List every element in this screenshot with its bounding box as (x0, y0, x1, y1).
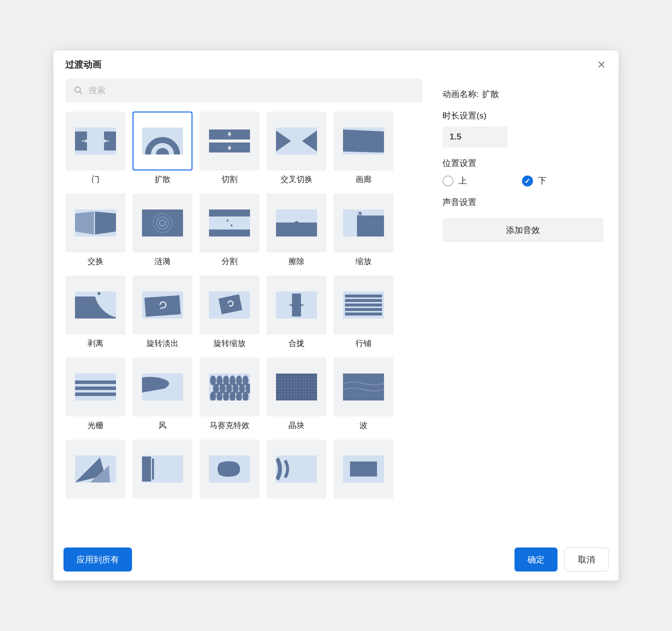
svg-rect-19 (276, 210, 317, 222)
svg-point-91 (276, 380, 279, 382)
svg-point-97 (294, 380, 297, 382)
close-icon (597, 60, 606, 69)
transition-tile-arcs[interactable] (266, 440, 326, 516)
transition-tile-rotatezoom[interactable]: 旋转缩放 (200, 276, 260, 352)
transition-tile-door[interactable]: 门 (66, 112, 126, 188)
apply-all-button[interactable]: 应用到所有 (64, 548, 132, 572)
transition-tile-wave[interactable]: 波 (334, 358, 394, 434)
transition-thumb (66, 276, 126, 334)
svg-point-127 (300, 386, 303, 388)
svg-point-145 (312, 389, 315, 392)
svg-point-162 (280, 395, 282, 398)
svg-point-89 (312, 377, 315, 380)
transition-label: 旋转缩放 (214, 338, 246, 350)
svg-point-177 (282, 398, 285, 400)
transition-tile-rect[interactable] (334, 440, 394, 516)
transition-tile-tri[interactable] (66, 440, 126, 516)
svg-point-186 (310, 398, 312, 400)
transition-thumb (266, 194, 326, 252)
svg-point-122 (286, 386, 288, 388)
duration-input[interactable] (442, 126, 508, 148)
footer-right: 确定 取消 (514, 548, 608, 572)
transition-thumb (200, 440, 260, 498)
transition-thumb (132, 358, 192, 416)
radio-icon (442, 176, 454, 186)
transition-tile-crystal[interactable]: 晶块 (266, 358, 326, 434)
svg-rect-27 (144, 296, 180, 317)
close-button[interactable] (594, 58, 608, 72)
position-option-up[interactable]: 上 (442, 175, 467, 186)
svg-rect-189 (343, 374, 384, 400)
svg-point-141 (300, 389, 303, 392)
transition-tile-zoom[interactable]: 缩放 (334, 194, 394, 270)
svg-point-18 (230, 224, 232, 226)
svg-point-115 (306, 383, 309, 386)
transition-tile-merge[interactable]: 合拢 (266, 276, 326, 352)
transition-thumb (334, 358, 394, 416)
dialog-body: 门扩散切割交叉切换画廊交换涟漪分割擦除缩放剥离旋转淡出旋转缩放合拢行铺光栅风马赛… (54, 76, 618, 540)
position-row: 位置设置 上 下 (442, 158, 604, 186)
transition-tile-swap[interactable]: 交换 (66, 194, 126, 270)
svg-point-119 (276, 386, 279, 388)
transition-tile-wipe[interactable]: 擦除 (266, 194, 326, 270)
svg-point-124 (292, 386, 294, 388)
svg-point-134 (280, 389, 282, 392)
transition-tile-ripple[interactable]: 涟漪 (132, 194, 192, 270)
add-sound-button[interactable]: 添加音效 (442, 218, 604, 242)
svg-point-172 (310, 395, 312, 398)
svg-point-71 (300, 374, 303, 376)
svg-rect-34 (345, 299, 382, 302)
transition-label: 风 (158, 420, 166, 432)
transition-tile-peel[interactable]: 剥离 (66, 276, 126, 352)
svg-point-117 (312, 383, 315, 386)
transition-label: 缩放 (356, 256, 372, 268)
svg-rect-33 (345, 294, 382, 298)
ok-button[interactable]: 确定 (514, 548, 558, 572)
transition-grid-scroll[interactable]: 门扩散切割交叉切换画廊交换涟漪分割擦除缩放剥离旋转淡出旋转缩放合拢行铺光栅风马赛… (64, 110, 428, 540)
position-down-label: 下 (538, 175, 546, 186)
svg-point-101 (306, 380, 309, 382)
transition-thumb (200, 112, 260, 170)
transition-thumb (66, 194, 126, 252)
transition-tile-cross[interactable]: 交叉切换 (266, 112, 326, 188)
svg-point-173 (312, 395, 315, 398)
search-icon (74, 86, 84, 96)
radio-icon (522, 176, 533, 186)
svg-rect-20 (276, 222, 317, 236)
svg-point-167 (294, 395, 297, 398)
svg-rect-193 (152, 458, 154, 480)
search-input[interactable] (88, 86, 414, 96)
transition-tile-cut[interactable]: 切割 (200, 112, 260, 188)
svg-point-81 (288, 377, 291, 380)
transition-thumb (66, 112, 126, 170)
svg-point-180 (292, 398, 294, 400)
transition-tile-rotatefade[interactable]: 旋转淡出 (132, 276, 192, 352)
svg-point-116 (310, 383, 312, 386)
svg-point-100 (304, 380, 306, 382)
transition-tile-slide[interactable] (132, 440, 192, 516)
svg-point-143 (306, 389, 309, 392)
svg-point-131 (312, 386, 315, 388)
transition-tile-gallery[interactable]: 画廊 (334, 112, 394, 188)
transition-tile-raster[interactable]: 光栅 (66, 358, 126, 434)
position-option-down[interactable]: 下 (522, 175, 546, 186)
svg-point-74 (310, 374, 312, 376)
svg-point-130 (310, 386, 312, 388)
transition-tile-wind[interactable]: 风 (132, 358, 192, 434)
transition-thumb (132, 112, 192, 170)
svg-rect-40 (75, 386, 116, 390)
sound-label: 声音设置 (442, 196, 604, 208)
svg-rect-37 (345, 312, 382, 316)
svg-rect-195 (276, 456, 317, 482)
svg-point-151 (288, 392, 291, 394)
dialog-footer: 应用到所有 确定 取消 (54, 540, 618, 580)
cancel-button[interactable]: 取消 (564, 548, 608, 572)
svg-point-110 (292, 383, 294, 386)
transition-tile-spread[interactable]: 扩散 (132, 112, 192, 188)
transition-tile-split[interactable]: 分割 (200, 194, 260, 270)
transition-tile-stripes[interactable]: 行铺 (334, 276, 394, 352)
transition-tile-blob[interactable] (200, 440, 260, 516)
svg-rect-16 (209, 230, 250, 236)
svg-point-63 (276, 374, 279, 376)
transition-tile-mosaic[interactable]: 马赛克特效 (200, 358, 260, 434)
